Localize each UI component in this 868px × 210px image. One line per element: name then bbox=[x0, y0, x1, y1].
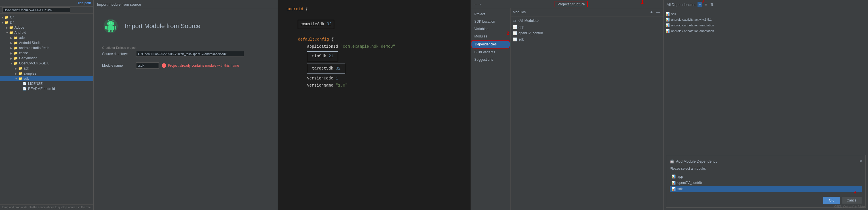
list-item[interactable]: 📊 sdk bbox=[510, 36, 663, 42]
code-text: minSdk bbox=[312, 54, 329, 58]
android-logo bbox=[102, 18, 119, 35]
list-item[interactable]: 📊 androidx.activity:activity:1.5.1 bbox=[664, 17, 868, 23]
path-input[interactable] bbox=[2, 7, 70, 12]
filter-button[interactable]: ⇅ bbox=[709, 2, 715, 7]
project-sidebar: Project SDK Location Variables Modules 2… bbox=[471, 8, 663, 210]
import-title: Import module from source bbox=[97, 2, 141, 6]
expand-arrow: ▶ bbox=[10, 57, 13, 60]
list-item[interactable]: 📊 openCV_contrib bbox=[510, 30, 663, 36]
module-name-row: Module name ! Project already contains m… bbox=[102, 62, 269, 69]
list-item[interactable]: ▶ 📁 Android Studio bbox=[0, 40, 93, 46]
dialog-title-text: Add Module Dependency bbox=[676, 159, 717, 163]
expand-arrow: ▼ bbox=[6, 31, 9, 34]
list-item[interactable]: 📄 LICENSE bbox=[0, 81, 93, 86]
list-item[interactable]: 📊 app bbox=[670, 173, 862, 180]
watermark: CSDN @春未的南方城市 bbox=[834, 205, 866, 209]
source-dir-input[interactable] bbox=[136, 51, 244, 57]
add-dep-button[interactable]: + 3 bbox=[698, 2, 702, 7]
list-item[interactable]: ▶ 📁 cache bbox=[0, 51, 93, 56]
add-module-button[interactable]: + bbox=[649, 9, 654, 15]
nav-item-suggestions[interactable]: Suggestions bbox=[471, 56, 510, 63]
annotation-1: 1 bbox=[641, 0, 644, 5]
import-title-bar: Import module from source bbox=[94, 0, 278, 9]
list-item[interactable]: ▶ 📁 android-studio-fresh bbox=[0, 46, 93, 51]
hide-path-button[interactable]: Hide path bbox=[76, 1, 91, 5]
list-view-button[interactable]: ≡ bbox=[703, 2, 708, 7]
nav-item-sdk-location[interactable]: SDK Location bbox=[471, 18, 510, 25]
expand-arrow: ▼ bbox=[1, 16, 4, 19]
all-deps-title: All Dependencies bbox=[666, 3, 695, 7]
watermark-text: CSDN @春未的南方城市 bbox=[834, 205, 866, 208]
folder-icon: 📁 bbox=[18, 77, 23, 81]
list-item[interactable]: 📊 openCV_contrib bbox=[670, 180, 862, 186]
list-item[interactable]: 📄 README.android bbox=[0, 86, 93, 91]
folder-icon: 📁 bbox=[13, 36, 18, 40]
nav-item-variables[interactable]: Variables bbox=[471, 25, 510, 33]
dialog-close-button[interactable]: × bbox=[860, 159, 862, 164]
list-item[interactable]: ▶ 📁 samples bbox=[0, 71, 93, 76]
nav-item-dependencies[interactable]: Dependencies bbox=[471, 40, 510, 49]
list-item[interactable]: 📊 androidx.annotation:annotation bbox=[664, 23, 868, 28]
annotation-2: 2 bbox=[507, 31, 509, 36]
list-item[interactable]: ▼ 📁 Android bbox=[0, 30, 93, 35]
tree-label: Adobe bbox=[14, 26, 24, 30]
list-item[interactable]: ▼ 📁 OpenCV-3.4.6-SDK bbox=[0, 61, 93, 66]
cancel-button[interactable]: Cancel bbox=[842, 197, 862, 204]
folder-icon: 📁 bbox=[13, 61, 18, 65]
tree-label: C:\ bbox=[10, 15, 14, 19]
project-left-nav: Project SDK Location Variables Modules 2… bbox=[471, 8, 510, 210]
module-name-label: Module name bbox=[102, 64, 136, 67]
add-module-subtitle: Please select a module: bbox=[670, 167, 862, 171]
nav-item-modules[interactable]: Modules 2 bbox=[471, 33, 510, 40]
tree-label: apk bbox=[24, 66, 29, 70]
svg-rect-7 bbox=[105, 26, 107, 30]
module-name-input[interactable] bbox=[136, 62, 159, 69]
list-item[interactable]: 📊 app bbox=[510, 24, 663, 30]
remove-module-button[interactable]: — bbox=[655, 9, 661, 15]
expand-arrow: ▶ bbox=[6, 26, 9, 29]
list-item[interactable]: 📊 sdk bbox=[664, 11, 868, 17]
filetree-panel: Hide path ▼ 📁 C:\ ▼ 📁 D:\ ▶ 📁 Adobe ▼ bbox=[0, 0, 94, 210]
list-item[interactable]: ▼ 📁 C:\ bbox=[0, 15, 93, 20]
expand-arrow: ▼ bbox=[10, 62, 13, 65]
error-icon: ! bbox=[162, 63, 166, 68]
list-item[interactable]: ▶ 📁 Genymotion bbox=[0, 56, 93, 61]
module-icon: 📊 bbox=[513, 31, 517, 35]
list-item[interactable]: 📊 sdk 4 bbox=[670, 186, 862, 192]
dep-icon: 📊 bbox=[665, 18, 670, 22]
list-item[interactable]: ▼ 📁 sdk bbox=[0, 76, 93, 81]
folder-icon: 📁 bbox=[13, 41, 18, 45]
gradle-label: Gradle or Eclipse project bbox=[102, 46, 269, 49]
dep-name: androidx.activity:activity:1.5.1 bbox=[671, 18, 712, 21]
nav-item-project[interactable]: Project bbox=[471, 10, 510, 18]
deps-toolbar: + 3 ≡ ⇅ bbox=[698, 2, 715, 7]
forward-button[interactable]: → bbox=[478, 2, 482, 6]
tree-label: LICENSE bbox=[28, 82, 42, 86]
project-structure-panel: ← → Project Structure 1 Project SDK Loca… bbox=[471, 0, 664, 210]
folder-icon: 📁 bbox=[13, 56, 18, 60]
folder-icon: 📁 bbox=[13, 51, 18, 55]
code-line: android { bbox=[286, 6, 462, 13]
list-item[interactable]: ▶ 📁 Adobe bbox=[0, 25, 93, 30]
code-line: defaultConfig { bbox=[286, 36, 462, 43]
list-item[interactable]: 🗂 <All Modules> bbox=[510, 18, 663, 24]
dep-name: androidx.annotation:annotation bbox=[671, 29, 714, 33]
import-error: ! Project already contains module with t… bbox=[162, 63, 239, 68]
tree-label: samples bbox=[24, 71, 36, 76]
module-name: app bbox=[519, 25, 524, 29]
code-text: { bbox=[331, 37, 334, 42]
error-text: Project already contains module with thi… bbox=[168, 64, 239, 67]
import-body: Gradle or Eclipse project Source directo… bbox=[94, 40, 278, 210]
minsdk-box: minSdk 21 bbox=[307, 51, 338, 61]
nav-item-build-variants[interactable]: Build Variants bbox=[471, 49, 510, 56]
list-item[interactable]: ▼ 📁 D:\ bbox=[0, 20, 93, 25]
file-icon: 📄 bbox=[23, 87, 27, 91]
list-item[interactable]: ▶ 📁 apk bbox=[0, 66, 93, 71]
list-item[interactable]: ▶ 📁 adb bbox=[0, 35, 93, 40]
expand-arrow: ▶ bbox=[10, 47, 13, 50]
list-item[interactable]: 📊 androidx.annotation:annotation bbox=[664, 28, 868, 34]
ok-button[interactable]: OK bbox=[823, 197, 839, 204]
back-button[interactable]: ← bbox=[474, 2, 478, 6]
svg-rect-8 bbox=[115, 26, 116, 30]
code-line: targetSdk 32 bbox=[286, 62, 462, 74]
